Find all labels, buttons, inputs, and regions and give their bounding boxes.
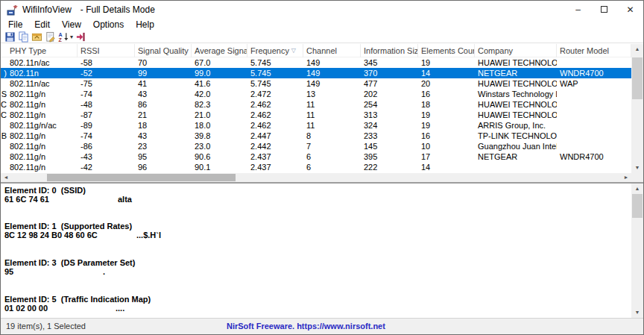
cell	[557, 110, 631, 120]
cell: Winstars Technology Ltd	[475, 89, 557, 99]
properties-button[interactable]	[31, 31, 42, 43]
table-row[interactable]: B802.11g/n-744339.82.447823316TP-LINK TE…	[1, 131, 631, 141]
table-row[interactable]: 802.11g/n-862323.02.442714510Guangzhou J…	[1, 141, 631, 151]
cell: 145	[361, 141, 418, 151]
column-header-rssi[interactable]: RSSI	[78, 44, 135, 57]
cell: 202	[361, 89, 418, 99]
column-header-average-signal[interactable]: Average Signal ...	[192, 44, 247, 57]
scroll-down-arrow[interactable]: ▼	[631, 163, 643, 173]
scroll-up-arrow[interactable]: ▲	[631, 44, 643, 54]
cell: 222	[361, 162, 418, 172]
cell: 19	[418, 57, 475, 68]
cell: -52	[78, 68, 135, 78]
cell: 21	[135, 110, 192, 120]
cell: NETGEAR	[475, 68, 557, 78]
copy-button[interactable]	[18, 31, 29, 43]
sort-button[interactable]: A Z ▾	[58, 31, 73, 43]
element-ascii: .	[103, 267, 105, 276]
scrollbar-corner	[631, 173, 643, 182]
cell: -75	[78, 78, 135, 89]
sort-dropdown-icon[interactable]: ▾	[70, 34, 73, 40]
cell: 14	[418, 162, 475, 172]
cell: 99	[135, 68, 192, 78]
scroll-right-arrow[interactable]: ►	[621, 173, 631, 182]
cell: S	[1, 89, 7, 99]
cell: 43	[135, 131, 192, 141]
table-row[interactable]: 802.11g/n-439590.62.437639517NETGEARWNDR…	[1, 151, 631, 162]
column-header-information-size[interactable]: Information Size	[361, 44, 418, 57]
table-hscroll-thumb[interactable]	[47, 174, 236, 181]
element-title: Element ID: 0 (SSID)	[4, 186, 628, 195]
cell: 13	[303, 89, 361, 99]
column-header-company[interactable]: Company	[475, 44, 557, 57]
details-vertical-scrollbar[interactable]: ▲ ▼	[631, 184, 643, 318]
element-title: Element ID: 3 (DS Parameter Set)	[4, 258, 628, 267]
column-header-router-model[interactable]: Router Model	[557, 44, 631, 57]
menu-item-file[interactable]: File	[2, 18, 28, 31]
column-header-clipped[interactable]	[1, 44, 7, 57]
column-header-elements-count[interactable]: Elements Count	[418, 44, 475, 57]
advanced-options-button[interactable]	[45, 31, 56, 43]
details-vscroll-thumb[interactable]	[632, 194, 643, 218]
save-button[interactable]	[4, 31, 16, 43]
menu-item-edit[interactable]: Edit	[28, 18, 56, 31]
column-header-frequency[interactable]: Frequency▽	[247, 44, 303, 57]
table-rows: 802.11n/ac-587067.05.74514934519HUAWEI T…	[1, 57, 631, 173]
table-row[interactable]: 802.11n/ac-587067.05.74514934519HUAWEI T…	[1, 57, 631, 68]
cell: 802.11g/n/ac	[7, 120, 78, 131]
cell	[557, 89, 631, 99]
column-header-channel[interactable]: Channel	[303, 44, 361, 57]
table-vscroll-thumb[interactable]	[632, 57, 643, 99]
cell: 2.462	[247, 110, 303, 120]
scroll-up-arrow[interactable]: ▲	[631, 184, 643, 194]
exit-button[interactable]	[75, 31, 86, 43]
scroll-left-arrow[interactable]: ◄	[1, 173, 11, 182]
cell: 802.11g/n	[7, 162, 78, 172]
column-header-signal-quality[interactable]: Signal Quality	[135, 44, 192, 57]
table-row[interactable]: )802.11n-529999.05.74514937014NETGEARWND…	[1, 68, 631, 78]
cell: 6	[303, 162, 361, 172]
cell: 5.745	[247, 57, 303, 68]
table-row[interactable]: C802.11g/n-872121.02.4621131319HUAWEI TE…	[1, 110, 631, 120]
menu-item-help[interactable]: Help	[130, 18, 160, 31]
table-row[interactable]: 802.11g/n-429690.12.437622214	[1, 162, 631, 172]
cell: 6	[303, 151, 361, 162]
cell: -42	[78, 162, 135, 172]
maximize-button[interactable]	[591, 1, 617, 18]
cell: 5.745	[247, 68, 303, 78]
table-row[interactable]: 802.11g/n/ac-891818.02.4621132419ARRIS G…	[1, 120, 631, 131]
cell: 395	[361, 151, 418, 162]
close-button[interactable]: ✕	[617, 1, 643, 18]
column-header-phy-type[interactable]: PHY Type	[7, 44, 78, 57]
element-title: Element ID: 1 (Supported Rates)	[4, 222, 628, 231]
minimize-icon: –	[575, 4, 581, 15]
cell: 23	[135, 141, 192, 151]
cell: 2.462	[247, 99, 303, 110]
table-horizontal-scrollbar[interactable]: ◄ ►	[1, 173, 631, 182]
cell: 96	[135, 162, 192, 172]
cell: 370	[361, 68, 418, 78]
window-title-mode: - Full Details Mode	[80, 4, 155, 15]
nirsoft-link[interactable]: NirSoft Freeware. https://www.nirsoft.ne…	[227, 322, 385, 331]
menu-item-options[interactable]: Options	[87, 18, 130, 31]
table-row[interactable]: S802.11g/n-744342.02.4721320216Winstars …	[1, 89, 631, 99]
maximize-icon	[601, 6, 607, 13]
table-row[interactable]: C802.11g/n-488682.32.4621125418HUAWEI TE…	[1, 99, 631, 110]
cell: 11	[303, 110, 361, 120]
table-vertical-scrollbar[interactable]: ▲ ▼	[631, 44, 643, 173]
cell: -48	[78, 99, 135, 110]
scroll-down-arrow[interactable]: ▼	[631, 307, 643, 318]
sort-az-icon: A Z	[58, 31, 69, 43]
cell: 802.11g/n	[7, 141, 78, 151]
cell: 70	[135, 57, 192, 68]
cell: 802.11g/n	[7, 131, 78, 141]
cell: 7	[303, 141, 361, 151]
element-hex: 01 02 00 00	[4, 304, 48, 313]
cell	[557, 120, 631, 131]
element-title: Element ID: 5 (Traffic Indication Map)	[4, 295, 628, 304]
cell: HUAWEI TECHNOLOGIES...	[475, 57, 557, 68]
menu-item-view[interactable]: View	[56, 18, 87, 31]
table-row[interactable]: 802.11n/ac-754141.65.74514947720HUAWEI T…	[1, 78, 631, 89]
minimize-button[interactable]: –	[565, 1, 591, 18]
toolbar: A Z ▾	[1, 31, 643, 43]
